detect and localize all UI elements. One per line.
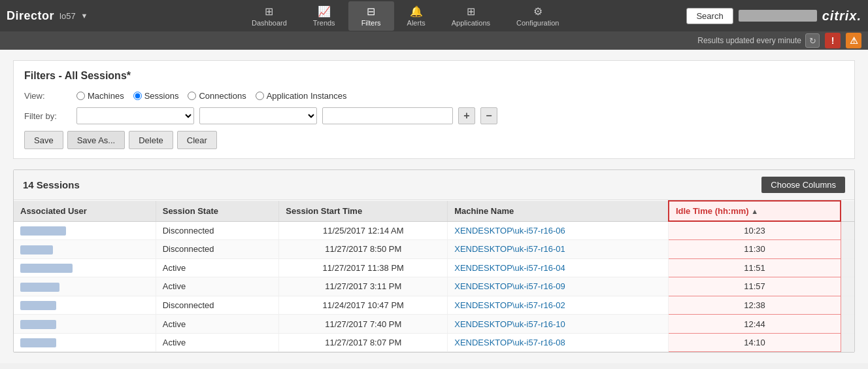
filters-icon: ⊟ [367,5,375,18]
cell-state: Active [156,277,279,296]
nav-applications[interactable]: ⊞ Applications [439,1,503,31]
cell-idle-time: 12:38 [669,296,841,315]
cell-idle-time: 12:44 [669,315,841,334]
filter-field-select[interactable] [76,107,194,124]
choose-columns-button[interactable]: Choose Columns [761,177,845,193]
view-row: View: Machines Sessions Connections Appl… [24,91,844,101]
scrollbar-spacer-cell [841,258,854,277]
cell-machine[interactable]: XENDESKTOP\uk-i57-r16-09 [448,277,669,296]
filter-dropdowns: + − [76,107,497,124]
col-machine-name[interactable]: Machine Name [448,201,669,221]
nav-configuration[interactable]: ⚙ Configuration [503,1,572,31]
col-scrollbar-spacer [841,201,854,221]
col-session-start-time[interactable]: Session Start Time [279,201,448,221]
search-button[interactable]: Search [686,8,733,24]
save-as-button[interactable]: Save As... [67,131,125,149]
cell-state: Active [156,315,279,334]
col-session-state[interactable]: Session State [156,201,279,221]
cell-machine[interactable]: XENDESKTOP\uk-i57-r16-10 [448,315,669,334]
alerts-icon: 🔔 [410,5,423,18]
warning-alert-button[interactable]: ⚠ [846,33,861,48]
view-machines-label: Machines [88,91,124,101]
view-sessions-radio[interactable] [133,92,142,100]
view-connections-label: Connections [199,91,246,101]
filter-by-row: Filter by: + − [24,107,844,124]
table-row: Disconnected11/27/2017 8:50 PMXENDESKTOP… [14,240,854,259]
table-row: Disconnected11/25/2017 12:14 AMXENDESKTO… [14,221,854,240]
table-row: Disconnected11/24/2017 10:47 PMXENDESKTO… [14,296,854,315]
cell-machine[interactable]: XENDESKTOP\uk-i57-r16-08 [448,333,669,352]
subbar: Results updated every minute ↻ ! ⚠ [0,31,868,50]
main-content: Filters - All Sessions* View: Machines S… [0,50,868,363]
nav-dashboard-label: Dashboard [252,19,287,27]
add-filter-button[interactable]: + [458,107,475,124]
view-sessions[interactable]: Sessions [133,91,179,101]
brand: Director lo57 ▼ [7,9,124,23]
sessions-table: Associated User Session State Session St… [14,200,854,352]
cell-machine[interactable]: XENDESKTOP\uk-i57-r16-06 [448,221,669,240]
view-app-instances[interactable]: Application Instances [256,91,347,101]
clear-button[interactable]: Clear [177,131,217,149]
cell-machine[interactable]: XENDESKTOP\uk-i57-r16-04 [448,258,669,277]
table-row: Active11/27/2017 7:40 PMXENDESKTOP\uk-i5… [14,315,854,334]
view-machines-radio[interactable] [76,92,85,100]
view-connections[interactable]: Connections [188,91,246,101]
nav-applications-label: Applications [452,19,490,27]
site-name: lo57 [59,11,76,21]
table-header-row: Associated User Session State Session St… [14,201,854,221]
page-title: Filters - All Sessions* [24,70,844,82]
nav-alerts-label: Alerts [407,19,426,27]
cell-state: Active [156,258,279,277]
applications-icon: ⊞ [467,5,475,18]
nav-filters-label: Filters [361,19,381,27]
filter-operator-select[interactable] [199,107,317,124]
col-idle-time[interactable]: Idle Time (hh:mm) ▲ [669,201,841,221]
nav-filters[interactable]: ⊟ Filters [348,1,394,31]
user-name-blurred [20,283,59,292]
main-nav: ⊞ Dashboard 📈 Trends ⊟ Filters 🔔 Alerts … [124,1,686,31]
user-name-blurred [20,245,53,255]
cell-user [14,315,156,334]
delete-button[interactable]: Delete [129,131,173,149]
save-button[interactable]: Save [24,131,63,149]
refresh-button[interactable]: ↻ [805,33,820,48]
table-row: Active11/27/2017 3:11 PMXENDESKTOP\uk-i5… [14,277,854,296]
cell-user [14,240,156,259]
cell-machine[interactable]: XENDESKTOP\uk-i57-r16-02 [448,296,669,315]
user-name-blurred [20,338,56,347]
site-dropdown-arrow[interactable]: ▼ [81,12,88,20]
user-name-blurred [20,264,73,273]
cell-idle-time: 11:30 [669,240,841,259]
cell-state: Disconnected [156,221,279,240]
cell-start-time: 11/27/2017 3:11 PM [279,277,448,296]
user-name-blurred [20,320,56,329]
user-name-blurred [20,226,66,236]
trends-icon: 📈 [318,5,331,18]
col-associated-user[interactable]: Associated User [14,201,156,221]
remove-filter-button[interactable]: − [480,107,497,124]
nav-alerts[interactable]: 🔔 Alerts [394,1,439,31]
view-machines[interactable]: Machines [76,91,124,101]
filter-value-input[interactable] [322,107,453,124]
cell-state: Disconnected [156,296,279,315]
view-connections-radio[interactable] [188,92,196,100]
configuration-icon: ⚙ [533,5,542,18]
scrollbar-spacer-cell [841,315,854,334]
status-text: Results updated every minute ↻ [697,33,820,48]
nav-trends[interactable]: 📈 Trends [300,1,348,31]
cell-user [14,221,156,240]
topbar: Director lo57 ▼ ⊞ Dashboard 📈 Trends ⊟ F… [0,0,868,31]
scrollbar-spacer-cell [841,277,854,296]
critical-alert-button[interactable]: ! [825,33,841,48]
table-body: Disconnected11/25/2017 12:14 AMXENDESKTO… [14,221,854,352]
view-app-instances-radio[interactable] [256,92,264,100]
cell-start-time: 11/24/2017 10:47 PM [279,296,448,315]
scrollbar-spacer-cell [841,333,854,352]
nav-dashboard[interactable]: ⊞ Dashboard [239,1,300,31]
cell-machine[interactable]: XENDESKTOP\uk-i57-r16-01 [448,240,669,259]
table-row: Active11/27/2017 8:07 PMXENDESKTOP\uk-i5… [14,333,854,352]
cell-idle-time: 10:23 [669,221,841,240]
user-name-blurred [20,301,56,310]
table-title: 14 Sessions [23,179,80,190]
scrollbar-spacer-cell [841,240,854,259]
